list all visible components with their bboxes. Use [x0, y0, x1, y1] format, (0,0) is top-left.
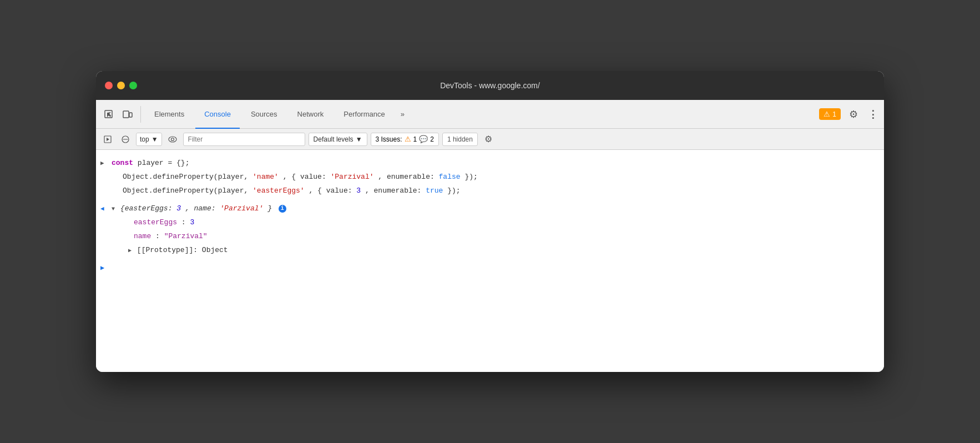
input-expand-arrow[interactable]: ▶ — [100, 159, 112, 169]
colon-1: : — [181, 218, 190, 226]
result-back-arrow[interactable]: ◀ — [100, 204, 112, 214]
proto-content: ▶ [[Prototype]]: Object — [112, 245, 880, 256]
true-keyword: true — [426, 187, 443, 195]
issues-count: 1 — [832, 110, 836, 118]
settings-gear-button[interactable]: ⚙ — [845, 106, 862, 123]
define-enum-1: , enumerable: — [378, 173, 438, 181]
issues-badge[interactable]: ⚠ 1 — [819, 108, 841, 120]
info-icon[interactable]: i — [279, 205, 286, 213]
console-line3-row: Object.defineProperty(player, 'easterEgg… — [96, 184, 884, 198]
colon-2: : — [155, 232, 164, 240]
svg-marker-4 — [107, 138, 109, 141]
result-3: 3 — [176, 204, 181, 213]
warn-count: 1 — [413, 135, 417, 143]
tab-network[interactable]: Network — [289, 100, 333, 129]
define-value-2: , { value: — [309, 187, 356, 195]
svg-rect-1 — [123, 111, 129, 118]
live-expressions-button[interactable] — [165, 132, 180, 147]
more-options-button[interactable]: ⋮ — [866, 106, 880, 123]
warn-count-icon: ⚠ — [405, 135, 411, 143]
chat-icon: 💬 — [419, 135, 428, 143]
tab-console[interactable]: Console — [195, 100, 240, 129]
inspect-icon-button[interactable] — [100, 106, 117, 123]
result-obj-name: , name: — [185, 204, 220, 213]
result-parzival: 'Parzival' — [220, 204, 263, 213]
toolbar-right: ⚠ 1 ⚙ ⋮ — [819, 106, 880, 123]
console-line2-row: Object.defineProperty(player, 'name' , {… — [96, 170, 884, 184]
context-arrow-icon: ▼ — [151, 135, 158, 143]
toolbar-separator — [140, 106, 141, 123]
filter-input[interactable] — [183, 133, 305, 146]
define-close-2: }); — [447, 187, 460, 195]
prop-name-row: name : "Parzival" — [96, 230, 884, 244]
window-title: DevTools - www.google.com/ — [440, 81, 540, 90]
svg-rect-2 — [129, 113, 132, 117]
easter-eggs-value: 3 — [190, 218, 194, 226]
minimize-button[interactable] — [117, 82, 125, 89]
console-prompt-row[interactable]: ▶ — [96, 262, 884, 275]
execute-button[interactable] — [100, 132, 115, 147]
row-separator — [96, 198, 884, 202]
svg-point-8 — [171, 138, 174, 140]
console-line3-content: Object.defineProperty(player, 'easterEgg… — [112, 185, 880, 197]
define-enum-2: , enumerable: — [365, 187, 426, 195]
svg-point-7 — [169, 137, 176, 142]
result-expand-icon[interactable]: ▼ — [112, 206, 115, 212]
prop-name-content: name : "Parzival" — [112, 231, 880, 243]
variable-text: player = {}; — [138, 159, 190, 167]
prop-easter-eggs-row: easterEggs : 3 — [96, 216, 884, 230]
devtools-window: DevTools - www.google.com/ Elements Cons… — [96, 71, 884, 372]
parzival-string: 'Parzival' — [331, 173, 374, 181]
false-keyword: false — [439, 173, 461, 181]
define-prop-2: Object.defineProperty(player, — [123, 187, 252, 195]
proto-text: [[Prototype]]: Object — [137, 246, 228, 254]
name-value: "Parzival" — [164, 232, 208, 240]
chat-count: 2 — [430, 135, 434, 143]
console-body: ▶ const player = {}; Object.defineProper… — [96, 150, 884, 372]
name-string: 'name' — [252, 173, 279, 181]
prop-easter-eggs-content: easterEggs : 3 — [112, 217, 880, 229]
titlebar: DevTools - www.google.com/ — [96, 71, 884, 100]
close-button[interactable] — [105, 82, 113, 89]
more-tabs-button[interactable]: » — [396, 100, 409, 129]
eye-icon — [168, 136, 177, 143]
row-separator-2 — [96, 258, 884, 262]
issues-pill[interactable]: 3 Issues: ⚠ 1 💬 2 — [371, 133, 439, 146]
cursor-inspect-icon — [104, 109, 114, 119]
warn-icon: ⚠ — [824, 110, 830, 118]
maximize-button[interactable] — [129, 82, 137, 89]
log-levels-selector[interactable]: Default levels ▼ — [309, 133, 367, 146]
tab-sources[interactable]: Sources — [242, 100, 286, 129]
hidden-issues-pill[interactable]: 1 hidden — [442, 133, 478, 146]
console-result-row: ◀ ▼ {easterEggs: 3 , name: 'Parzival' } … — [96, 202, 884, 216]
log-levels-arrow-icon: ▼ — [356, 135, 362, 143]
define-close-1: }); — [464, 173, 477, 181]
proto-expand-icon[interactable]: ▶ — [128, 248, 132, 254]
prompt-arrow-icon: ▶ — [100, 263, 104, 274]
console-settings-button[interactable]: ⚙ — [481, 132, 496, 147]
play-icon — [104, 135, 112, 143]
result-obj-text: {easterEggs: — [120, 204, 176, 213]
context-label: top — [140, 135, 149, 143]
log-levels-label: Default levels — [314, 135, 353, 143]
console-result-content: ▼ {easterEggs: 3 , name: 'Parzival' } i — [112, 203, 880, 215]
const-keyword: const — [112, 159, 133, 167]
console-toolbar: top ▼ Default levels ▼ 3 Issues: ⚠ 1 💬 2 — [96, 129, 884, 150]
console-input-content: const player = {}; — [112, 158, 880, 169]
no-entry-icon — [122, 135, 129, 143]
easter-eggs-string: 'easterEggs' — [252, 187, 305, 195]
context-selector[interactable]: top ▼ — [136, 133, 162, 146]
define-prop-1: Object.defineProperty(player, — [123, 173, 252, 181]
clear-console-button[interactable] — [118, 132, 133, 147]
console-input-row: ▶ const player = {}; — [96, 157, 884, 170]
device-toggle-button[interactable] — [119, 106, 136, 123]
tab-performance[interactable]: Performance — [335, 100, 393, 129]
tab-elements[interactable]: Elements — [145, 100, 193, 129]
easter-eggs-key: easterEggs — [134, 218, 177, 226]
result-obj-close: } — [267, 204, 272, 213]
traffic-lights — [105, 82, 137, 89]
define-value-1: , { value: — [283, 173, 331, 181]
proto-row: ▶ [[Prototype]]: Object — [96, 244, 884, 258]
device-icon — [123, 109, 133, 119]
main-toolbar: Elements Console Sources Network Perform… — [96, 100, 884, 129]
